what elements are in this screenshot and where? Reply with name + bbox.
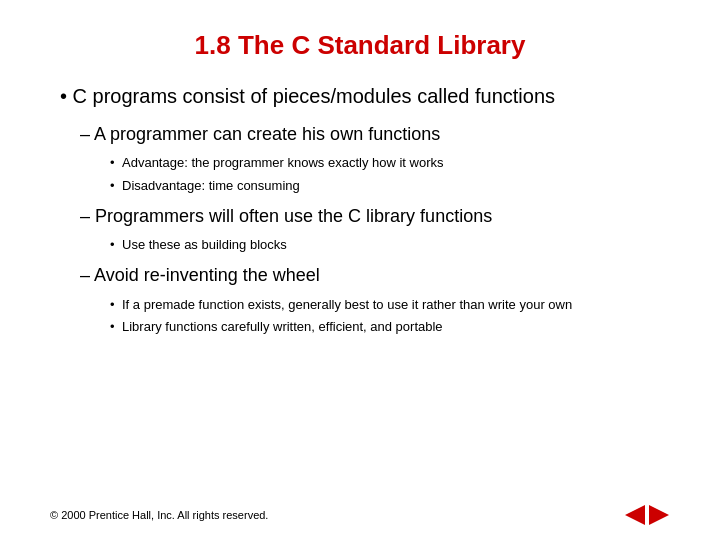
footer: © 2000 Prentice Hall, Inc. All rights re… bbox=[50, 504, 670, 526]
list-item: Advantage: the programmer knows exactly … bbox=[110, 154, 670, 172]
section-1-bullets: Advantage: the programmer knows exactly … bbox=[110, 154, 670, 194]
section-1-heading: – A programmer can create his own functi… bbox=[80, 123, 670, 146]
section-2-heading: – Programmers will often use the C libra… bbox=[80, 205, 670, 228]
list-item: Disadvantage: time consuming bbox=[110, 177, 670, 195]
nav-buttons[interactable] bbox=[624, 504, 670, 526]
slide: 1.8 The C Standard Library • C programs … bbox=[0, 0, 720, 540]
bullet-icon: • bbox=[60, 85, 73, 107]
main-bullet-text: C programs consist of pieces/modules cal… bbox=[73, 85, 555, 107]
list-item: Use these as building blocks bbox=[110, 236, 670, 254]
section-3-heading: – Avoid re-inventing the wheel bbox=[80, 264, 670, 287]
section-2-bullets: Use these as building blocks bbox=[110, 236, 670, 254]
section-1: – A programmer can create his own functi… bbox=[80, 123, 670, 195]
list-item: Library functions carefully written, eff… bbox=[110, 318, 670, 336]
forward-arrow-icon bbox=[649, 505, 669, 525]
section-2: – Programmers will often use the C libra… bbox=[80, 205, 670, 255]
section-3-bullets: If a premade function exists, generally … bbox=[110, 296, 670, 336]
forward-button[interactable] bbox=[648, 504, 670, 526]
section-3: – Avoid re-inventing the wheel If a prem… bbox=[80, 264, 670, 336]
back-button[interactable] bbox=[624, 504, 646, 526]
list-item: If a premade function exists, generally … bbox=[110, 296, 670, 314]
slide-title: 1.8 The C Standard Library bbox=[50, 30, 670, 61]
main-bullet: • C programs consist of pieces/modules c… bbox=[50, 83, 670, 109]
back-arrow-icon bbox=[625, 505, 645, 525]
copyright-text: © 2000 Prentice Hall, Inc. All rights re… bbox=[50, 509, 268, 521]
